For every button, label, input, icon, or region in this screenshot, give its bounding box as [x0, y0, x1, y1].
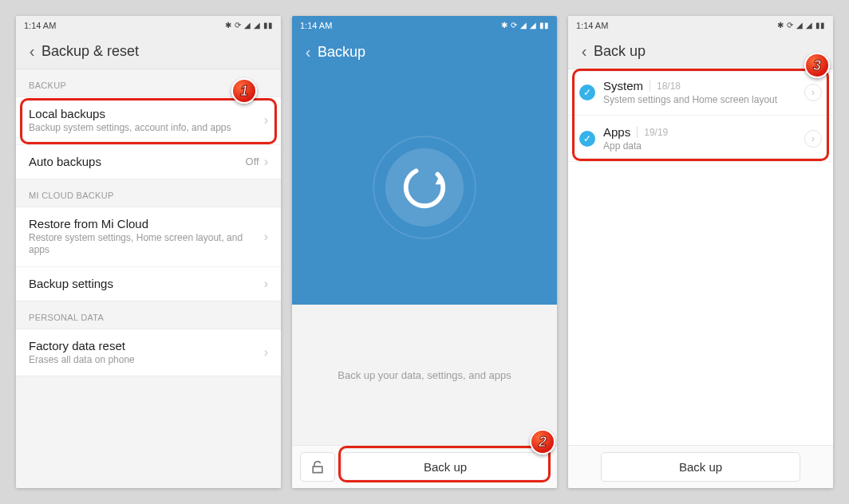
chevron-right-icon: › — [804, 84, 822, 101]
bluetooth-icon: ✱ — [225, 21, 231, 30]
sweep-icon — [400, 163, 449, 212]
clock: 1:14 AM — [24, 21, 56, 30]
chevron-right-icon: › — [264, 155, 268, 169]
status-bar: 1:14 AM ✱ ⟳ ◢ ◢ ▮▮ — [568, 16, 833, 34]
row-system[interactable]: ✓ System 18/18 System settings and Home … — [568, 69, 833, 116]
svg-point-0 — [400, 163, 449, 212]
chevron-right-icon: › — [264, 277, 268, 291]
signal2-icon: ◢ — [254, 21, 260, 30]
row-subtitle: Erases all data on phone — [29, 354, 256, 367]
rowgroup-personal: Factory data reset Erases all data on ph… — [16, 329, 281, 377]
header: ‹ Backup & reset — [16, 34, 281, 69]
row-subtitle: Backup system settings, account info, an… — [29, 122, 256, 135]
row-subtitle: System settings and Home screen layout — [603, 94, 796, 105]
bottom-bar: Back up — [568, 445, 833, 488]
signal-icon: ◢ — [796, 21, 803, 30]
empty-area — [568, 162, 833, 445]
unlock-icon — [310, 459, 326, 475]
header: ‹ Back up — [568, 34, 833, 69]
select-list: ✓ System 18/18 System settings and Home … — [568, 69, 833, 162]
battery-icon: ▮▮ — [263, 21, 273, 30]
header: ‹ Backup — [292, 34, 557, 69]
button-label: Back up — [424, 460, 467, 474]
clock: 1:14 AM — [576, 21, 608, 30]
status-bar: 1:14 AM ✱ ⟳ ◢ ◢ ▮▮ — [292, 16, 557, 34]
row-title: Backup settings — [29, 277, 256, 290]
backup-button[interactable]: Back up — [342, 452, 549, 482]
body: Back up your data, settings, and apps Ba… — [292, 305, 557, 488]
bottom-bar: Back up — [292, 445, 557, 488]
section-header-personal: PERSONAL DATA — [16, 301, 281, 329]
hint-text: Back up your data, settings, and apps — [292, 305, 557, 445]
signal-icon: ◢ — [520, 21, 527, 30]
row-title: Auto backups — [29, 155, 238, 168]
section-header-micloud: MI CLOUD BACKUP — [16, 179, 281, 207]
signal2-icon: ◢ — [530, 21, 536, 30]
row-count: 19/19 — [637, 127, 668, 138]
signal2-icon: ◢ — [806, 21, 812, 30]
backup-button[interactable]: Back up — [601, 452, 800, 482]
row-restore-micloud[interactable]: Restore from Mi Cloud Restore system set… — [16, 207, 281, 267]
page-title: Backup & reset — [41, 43, 139, 60]
sync-off-icon: ⟳ — [787, 21, 793, 30]
row-auto-backups[interactable]: Auto backups Off › — [16, 145, 281, 179]
back-icon[interactable]: ‹ — [575, 42, 594, 61]
clock: 1:14 AM — [300, 21, 332, 30]
chevron-right-icon: › — [264, 113, 268, 128]
row-apps[interactable]: ✓ Apps 19/19 App data › — [568, 116, 833, 162]
battery-icon: ▮▮ — [815, 21, 825, 30]
row-title: Apps — [603, 125, 630, 139]
row-subtitle: App data — [603, 140, 796, 152]
row-title: Local backups — [29, 107, 256, 120]
content: ✓ System 18/18 System settings and Home … — [568, 69, 833, 488]
status-icons: ✱ ⟳ ◢ ◢ ▮▮ — [777, 21, 825, 30]
lock-button[interactable] — [300, 452, 335, 482]
page-title: Back up — [594, 43, 646, 60]
chevron-right-icon: › — [264, 230, 268, 244]
bluetooth-icon: ✱ — [777, 21, 784, 30]
status-bar: 1:14 AM ✱ ⟳ ◢ ◢ ▮▮ — [16, 16, 281, 34]
row-subtitle: Restore system settings, Home screen lay… — [29, 232, 256, 257]
back-icon[interactable]: ‹ — [298, 43, 318, 61]
sync-off-icon: ⟳ — [511, 21, 517, 30]
chevron-right-icon: › — [264, 345, 268, 360]
page-title: Backup — [318, 44, 365, 61]
screen-backup-select: 1:14 AM ✱ ⟳ ◢ ◢ ▮▮ ‹ Back up ✓ System 18… — [568, 16, 833, 488]
battery-icon: ▮▮ — [539, 21, 549, 30]
button-label: Back up — [679, 460, 722, 474]
check-icon: ✓ — [579, 85, 595, 100]
annotation-badge-3: 3 — [804, 53, 830, 78]
check-icon: ✓ — [579, 131, 595, 147]
screen-backup-info: 1:14 AM ✱ ⟳ ◢ ◢ ▮▮ ‹ Backup Back up your… — [292, 16, 557, 488]
row-title: System — [603, 79, 643, 93]
bluetooth-icon: ✱ — [501, 21, 507, 30]
row-factory-reset[interactable]: Factory data reset Erases all data on ph… — [16, 329, 281, 376]
signal-icon: ◢ — [244, 21, 251, 30]
annotation-badge-2: 2 — [530, 429, 555, 455]
status-icons: ✱ ⟳ ◢ ◢ ▮▮ — [225, 21, 273, 30]
annotation-badge-1: 1 — [231, 78, 257, 104]
back-icon[interactable]: ‹ — [22, 42, 41, 61]
status-icons: ✱ ⟳ ◢ ◢ ▮▮ — [501, 21, 549, 30]
row-count: 18/18 — [650, 81, 681, 92]
chevron-right-icon: › — [804, 130, 822, 148]
rowgroup-backup: Local backups Backup system settings, ac… — [16, 96, 281, 179]
row-local-backups[interactable]: Local backups Backup system settings, ac… — [16, 97, 281, 145]
row-title: Factory data reset — [29, 339, 256, 352]
sync-off-icon: ⟳ — [235, 21, 241, 30]
content: BACKUP Local backups Backup system setti… — [16, 69, 281, 488]
row-title: Restore from Mi Cloud — [29, 217, 256, 230]
screen-backup-reset: 1:14 AM ✱ ⟳ ◢ ◢ ▮▮ ‹ Backup & reset BACK… — [16, 16, 281, 488]
row-backup-settings[interactable]: Backup settings › — [16, 267, 281, 301]
row-value: Off — [246, 156, 259, 167]
rowgroup-micloud: Restore from Mi Cloud Restore system set… — [16, 207, 281, 301]
hero-area — [292, 69, 557, 305]
radar-icon — [369, 132, 480, 243]
